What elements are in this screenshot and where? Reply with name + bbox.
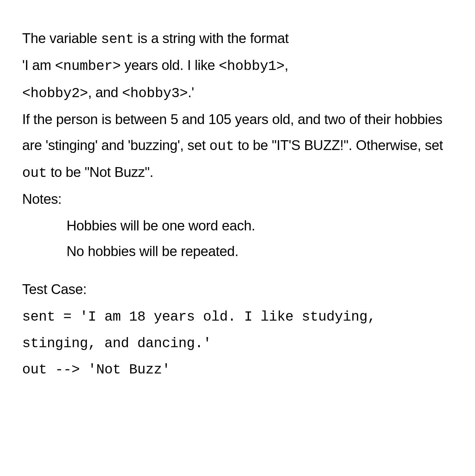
format-text-3: , [285, 57, 288, 73]
test-line-2: out --> 'Not Buzz' [22, 357, 453, 383]
code-sent: sent [101, 31, 134, 47]
intro-text-1: The variable [22, 30, 101, 46]
code-hobby1: <hobby1> [219, 58, 285, 74]
test-case-code: sent = 'I am 18 years old. I like studyi… [22, 304, 453, 383]
format-text-2: years old. I like [121, 57, 219, 73]
notes-item-1: Hobbies will be one word each. [66, 213, 453, 238]
conditions-text-3: to be "Not Buzz". [47, 164, 153, 180]
code-number: <number> [55, 58, 121, 74]
format-text-4: , and [88, 85, 122, 100]
problem-statement: The variable sent is a string with the f… [22, 25, 453, 383]
conditions-block: If the person is between 5 and 105 years… [22, 106, 453, 186]
test-case-section: Test Case: sent = 'I am 18 years old. I … [22, 276, 453, 383]
code-out-2: out [22, 165, 47, 181]
notes-heading: Notes: [22, 186, 453, 212]
format-text-1: 'I am [22, 57, 55, 73]
format-text-5: .' [188, 85, 194, 100]
notes-item-2: No hobbies will be repeated. [66, 238, 453, 264]
format-line: 'I am <number> years old. I like <hobby1… [22, 52, 453, 106]
code-hobby3: <hobby3> [122, 85, 188, 101]
intro-text-2: is a string with the format [134, 30, 289, 46]
notes-list: Hobbies will be one word each. No hobbie… [22, 212, 453, 265]
code-out-1: out [209, 138, 234, 154]
conditions-text-2: to be "IT'S BUZZ!". Otherwise, set [234, 137, 443, 153]
code-hobby2: <hobby2> [22, 85, 88, 101]
notes-section: Notes: Hobbies will be one word each. No… [22, 186, 453, 265]
intro-line: The variable sent is a string with the f… [22, 25, 453, 52]
test-line-1: sent = 'I am 18 years old. I like studyi… [22, 304, 453, 357]
test-case-heading: Test Case: [22, 276, 453, 302]
